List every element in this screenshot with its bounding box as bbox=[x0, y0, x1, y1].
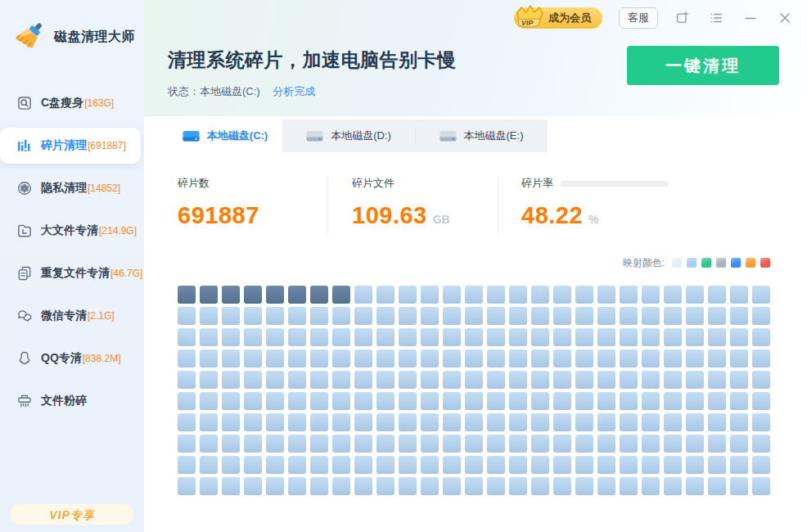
window-controls bbox=[674, 11, 792, 25]
fragment-cell-light bbox=[708, 456, 726, 474]
fragment-cell-light bbox=[399, 307, 417, 325]
privacy-icon bbox=[16, 180, 33, 196]
fragment-cell-light bbox=[244, 435, 262, 453]
fragment-cell-light bbox=[354, 413, 372, 431]
customer-service-button[interactable]: 客服 bbox=[619, 7, 658, 29]
disk-tabs: 本地磁盘(C:)本地磁盘(D:)本地磁盘(E:) bbox=[168, 119, 548, 152]
legend-swatch-1 bbox=[687, 258, 697, 268]
disk-icon bbox=[306, 129, 323, 143]
feedback-icon[interactable] bbox=[674, 11, 689, 25]
fragment-cell-light bbox=[376, 456, 394, 474]
fragment-cell-light bbox=[332, 435, 350, 453]
fragment-cell-light bbox=[266, 349, 284, 367]
fragment-cell-light bbox=[664, 435, 682, 453]
fragment-cell-light bbox=[664, 392, 682, 410]
fragment-cell-light bbox=[553, 392, 571, 410]
sidebar-item-qq[interactable]: QQ专清[838.2M] bbox=[0, 340, 141, 376]
fragment-cell-light bbox=[399, 371, 417, 389]
stat-label: 碎片文件 bbox=[352, 176, 394, 191]
app-title: 磁盘清理大师 bbox=[54, 29, 135, 46]
close-icon[interactable] bbox=[778, 11, 792, 25]
fragment-cell-dark bbox=[266, 286, 284, 304]
fragment-cell-light bbox=[222, 307, 240, 325]
fragment-cell-light bbox=[642, 307, 660, 325]
vip-exclusive-label: VIP专享 bbox=[49, 508, 95, 521]
fragment-cell-light bbox=[642, 413, 660, 431]
sidebar-item-value: [214.9G] bbox=[99, 225, 137, 237]
fragment-cell-dark bbox=[332, 286, 350, 304]
become-member-label: 成为会员 bbox=[548, 11, 591, 24]
sidebar-item-label: C盘瘦身 bbox=[41, 96, 83, 110]
fragment-cell-light bbox=[487, 286, 505, 304]
fragment-cell-light bbox=[244, 328, 262, 346]
fragment-cell-light bbox=[310, 392, 328, 410]
stat-value: 109.63 bbox=[352, 202, 427, 229]
fragment-cell-light bbox=[421, 435, 439, 453]
fragment-cell-light bbox=[200, 477, 218, 495]
minimize-icon[interactable] bbox=[743, 11, 758, 25]
fragment-cell-light bbox=[376, 328, 394, 346]
fragment-cell-light bbox=[266, 477, 284, 495]
tab-disk-2[interactable]: 本地磁盘(E:) bbox=[415, 119, 548, 152]
sidebar-item-wechat[interactable]: 微信专清[2.1G] bbox=[0, 298, 141, 334]
fragment-cell-light bbox=[620, 413, 638, 431]
fragment-cell-light bbox=[708, 477, 726, 495]
fragment-cell-light bbox=[178, 477, 196, 495]
fragment-cell-light bbox=[575, 413, 593, 431]
fragment-cell-light bbox=[597, 349, 615, 367]
color-legend: 映射颜色: bbox=[144, 257, 807, 268]
fragment-cell-light bbox=[200, 328, 218, 346]
one-click-clean-button[interactable]: 一键清理 bbox=[627, 46, 779, 85]
stat-unit: % bbox=[588, 213, 598, 226]
fragment-cell-light bbox=[354, 328, 372, 346]
fragment-cell-light bbox=[399, 392, 417, 410]
fragment-cell-light bbox=[730, 349, 748, 367]
sidebar-item-c-slim[interactable]: C盘瘦身[163G] bbox=[0, 85, 141, 121]
fragment-cell-light bbox=[310, 456, 328, 474]
legend-swatch-4 bbox=[731, 258, 741, 268]
sidebar-item-value: [2.1G] bbox=[88, 310, 115, 322]
fragment-cell-light bbox=[376, 371, 394, 389]
fragment-cell-light bbox=[686, 392, 704, 410]
fragment-cell-light bbox=[443, 477, 461, 495]
fragment-cell-light bbox=[752, 307, 770, 325]
sidebar-item-shred[interactable]: 文件粉碎 bbox=[0, 383, 141, 419]
fragment-cell-light bbox=[708, 328, 726, 346]
fragment-cell-light bbox=[487, 307, 505, 325]
sidebar-item-bigfile[interactable]: 大文件专清[214.9G] bbox=[0, 213, 141, 249]
fragment-cell-light bbox=[354, 392, 372, 410]
sidebar-item-privacy[interactable]: 隐私清理[14852] bbox=[0, 170, 141, 206]
fragment-cell-light bbox=[553, 435, 571, 453]
tab-disk-1[interactable]: 本地磁盘(D:) bbox=[282, 119, 415, 152]
legend-swatch-2 bbox=[701, 258, 711, 268]
fragment-cell-light bbox=[332, 392, 350, 410]
fragment-cell-light bbox=[376, 435, 394, 453]
vip-exclusive-button[interactable]: VIP专享 bbox=[10, 504, 134, 525]
sidebar-item-dupfile[interactable]: 重复文件专清[46.7G] bbox=[0, 255, 141, 291]
fragment-cell-light bbox=[642, 349, 660, 367]
fragment-cell-light bbox=[531, 477, 549, 495]
analysis-complete-link[interactable]: 分析完成 bbox=[273, 85, 315, 97]
fragment-cell-light bbox=[620, 371, 638, 389]
fragment-cell-light bbox=[178, 307, 196, 325]
fragment-cell-light bbox=[597, 371, 615, 389]
fragment-cell-light bbox=[642, 286, 660, 304]
tab-disk-0[interactable]: 本地磁盘(C:) bbox=[168, 119, 282, 152]
vip-crown-icon: VIP bbox=[512, 3, 545, 31]
menu-icon[interactable] bbox=[709, 11, 724, 25]
fragment-cell-light bbox=[310, 349, 328, 367]
fragment-cell-light bbox=[620, 435, 638, 453]
fragment-cell-light bbox=[487, 349, 505, 367]
fragment-cell-light bbox=[376, 413, 394, 431]
sidebar-item-label: 隐私清理 bbox=[41, 181, 87, 196]
fragment-cell-light bbox=[288, 371, 306, 389]
fragment-cell-light bbox=[288, 392, 306, 410]
sidebar-item-defrag[interactable]: 碎片清理[691887] bbox=[0, 128, 141, 164]
fragment-cell-light bbox=[332, 413, 350, 431]
stat-value: 691887 bbox=[178, 202, 259, 229]
fragment-cell-light bbox=[310, 413, 328, 431]
fragment-cell-light bbox=[200, 413, 218, 431]
become-member-button[interactable]: VIP 成为会员 bbox=[514, 7, 602, 29]
fragment-cell-light bbox=[399, 435, 417, 453]
fragment-cell-light bbox=[509, 413, 527, 431]
